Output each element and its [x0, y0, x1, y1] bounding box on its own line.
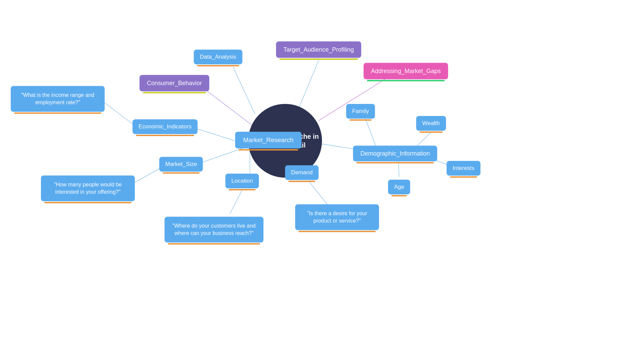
market-size-node[interactable]: Market_Size	[159, 157, 203, 172]
consumer-behavior-node[interactable]: Consumer_Behavior	[140, 75, 209, 92]
income-question-node[interactable]: "What is the income range and employment…	[11, 86, 105, 112]
interests-node[interactable]: Interests	[446, 161, 480, 176]
svg-line-1	[299, 60, 319, 109]
svg-line-7	[200, 147, 245, 163]
wealth-node[interactable]: Wealth	[416, 116, 446, 131]
family-node[interactable]: Family	[346, 104, 375, 119]
people-question-node[interactable]: "How many people would be interested in …	[41, 176, 135, 201]
demographic-node[interactable]: Demographic_Information	[353, 146, 437, 162]
addressing-market-node[interactable]: Addressing_Market_Gaps	[364, 63, 448, 79]
svg-line-14	[366, 119, 376, 146]
svg-line-11	[134, 168, 160, 183]
target-audience-node[interactable]: Target_Audience_Profiling	[276, 42, 361, 58]
svg-line-5	[104, 102, 135, 126]
market-research-node[interactable]: Market_Research	[235, 132, 302, 148]
svg-line-6	[198, 129, 235, 141]
age-node[interactable]: Age	[388, 180, 410, 194]
location-node[interactable]: Location	[225, 174, 259, 188]
svg-line-13	[309, 181, 329, 206]
svg-line-3	[207, 91, 255, 127]
desire-question-node[interactable]: "Is there a desire for your product or s…	[295, 204, 379, 230]
svg-line-12	[230, 190, 242, 214]
demand-node[interactable]: Demand	[285, 165, 319, 180]
economic-indicators-node[interactable]: Economic_Indicators	[132, 119, 198, 134]
data-analysis-node[interactable]: Data_Analysis	[194, 50, 243, 64]
svg-line-17	[398, 162, 399, 177]
location-question-node[interactable]: "Where do your customers live and where …	[165, 217, 264, 243]
svg-line-15	[416, 132, 431, 147]
